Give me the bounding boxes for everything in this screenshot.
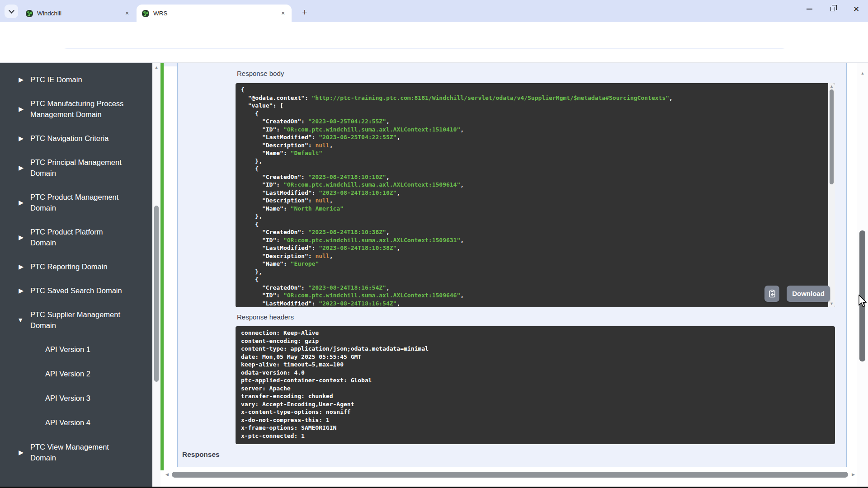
sidebar-item-label: PTC Navigation Criteria — [30, 133, 124, 144]
scroll-right-icon[interactable]: ▶ — [852, 473, 855, 477]
operation-panel: Response body { "@odata.context": "http:… — [177, 63, 847, 467]
chevron-right-icon[interactable]: ▶ — [0, 135, 30, 142]
chevron-right-icon[interactable]: ▶ — [0, 287, 30, 294]
sidebar-item-label: PTC Reporting Domain — [30, 261, 124, 272]
tab-close-icon[interactable]: × — [279, 9, 287, 18]
restore-button[interactable] — [821, 0, 844, 18]
tab-title: Windchill — [37, 10, 123, 17]
ptc-favicon — [142, 10, 149, 17]
sidebar-subitem[interactable]: API Version 4 — [45, 417, 136, 428]
copy-to-clipboard-button[interactable] — [764, 286, 779, 302]
chevron-right-icon[interactable]: ▶ — [0, 263, 30, 270]
sidebar-item[interactable]: ▶PTC Product Platform Domain — [0, 226, 152, 248]
chevron-right-icon[interactable]: ▶ — [0, 199, 30, 206]
chevron-right-icon[interactable]: ▶ — [0, 105, 30, 113]
scroll-up-icon[interactable]: ▲ — [828, 84, 835, 89]
bookmarks-bar: Windchill Solr — [0, 49, 868, 63]
close-button[interactable]: ✕ — [844, 0, 868, 18]
mouse-cursor — [858, 295, 868, 308]
response-body-code[interactable]: { "@odata.context": "http://ptc-training… — [236, 83, 835, 307]
clipboard-icon — [769, 290, 776, 298]
sidebar-subitem[interactable]: API Version 1 — [45, 344, 136, 355]
response-headers-code[interactable]: connection: Keep-Alive content-encoding:… — [236, 326, 835, 442]
download-button[interactable]: Download — [787, 286, 830, 302]
tab-title: WRS — [153, 10, 279, 17]
sidebar-item[interactable]: ▶PTC View Management Domain — [0, 441, 152, 463]
tab-search-button[interactable] — [5, 5, 18, 18]
response-headers-block: connection: Keep-Alive content-encoding:… — [236, 326, 835, 444]
sidebar-scrollbar[interactable]: ▲ — [152, 63, 160, 488]
tab-strip: Windchill × WRS × + ✕ — [0, 0, 868, 22]
ptc-favicon — [26, 10, 33, 17]
scroll-up-icon[interactable]: ▲ — [152, 66, 160, 70]
response-body-scrollbar-thumb[interactable] — [830, 89, 834, 184]
scroll-up-icon[interactable]: ▲ — [857, 71, 868, 75]
sidebar-item-label: PTC Manufacturing Process Management Dom… — [30, 98, 124, 120]
window-controls: ✕ — [797, 0, 868, 22]
restore-icon — [830, 7, 835, 11]
sidebar-item[interactable]: ▶PTC Manufacturing Process Management Do… — [0, 98, 152, 120]
sidebar-scrollbar-thumb[interactable] — [154, 206, 159, 382]
scroll-down-icon[interactable]: ▼ — [828, 302, 835, 306]
sidebar-item[interactable]: ▶PTC Navigation Criteria — [0, 133, 152, 144]
scroll-left-icon[interactable]: ◀ — [165, 473, 169, 477]
sidebar-item-label: PTC Product Platform Domain — [30, 226, 124, 248]
sidebar-item[interactable]: ▼PTC Supplier Management Domain — [0, 309, 152, 331]
horizontal-scrollbar-thumb[interactable] — [172, 472, 848, 478]
minimize-button[interactable] — [797, 0, 821, 18]
chevron-down-icon — [9, 8, 14, 14]
chevron-right-icon[interactable]: ▶ — [0, 164, 30, 171]
tab-wrs[interactable]: WRS × — [137, 5, 292, 22]
sidebar-item[interactable]: ▶PTC Reporting Domain — [0, 261, 152, 272]
chevron-right-icon[interactable]: ▶ — [0, 76, 30, 83]
tab-windchill[interactable]: Windchill × — [20, 5, 136, 22]
response-body-block: { "@odata.context": "http://ptc-training… — [236, 83, 835, 307]
sidebar-item-label: PTC Saved Search Domain — [30, 285, 124, 296]
browser-toolbar: ← → ↻ ⚠ Not secure ptc-training.ptc.com:… — [0, 22, 868, 49]
new-tab-button[interactable]: + — [298, 6, 311, 19]
chevron-right-icon[interactable]: ▶ — [0, 234, 30, 241]
close-icon: ✕ — [853, 5, 859, 13]
response-headers-label: Response headers — [237, 313, 294, 321]
sidebar-item-label: PTC IE Domain — [30, 74, 124, 85]
sidebar-subitem[interactable]: API Version 2 — [45, 368, 136, 379]
sidebar-item[interactable]: ▶PTC Saved Search Domain — [0, 285, 152, 296]
sidebar-subitem[interactable]: API Version 3 — [45, 393, 136, 404]
sidebar-item[interactable]: ▶PTC Principal Management Domain — [0, 157, 152, 178]
response-body-label: Response body — [237, 70, 284, 77]
sidebar-item[interactable]: ▶PTC Product Management Domain — [0, 192, 152, 213]
sidebar-item-label: PTC Product Management Domain — [30, 192, 124, 213]
sidebar-item[interactable]: ▶PTC IE Domain — [0, 74, 152, 85]
chevron-down-icon[interactable]: ▼ — [0, 316, 30, 324]
operation-accent-bar — [160, 63, 164, 470]
sidebar-item-label: PTC Supplier Management Domain — [30, 309, 124, 331]
minimize-icon — [807, 9, 812, 9]
sidebar-item-label: PTC Principal Management Domain — [30, 157, 124, 178]
sidebar-item-label: PTC View Management Domain — [30, 441, 124, 463]
chevron-right-icon[interactable]: ▶ — [0, 449, 30, 456]
responses-section-label: Responses — [182, 450, 220, 459]
response-body-scrollbar[interactable]: ▲ ▼ — [828, 83, 835, 307]
tab-close-icon[interactable]: × — [123, 9, 131, 18]
sidebar-nav: ▶PTC IE Domain▶PTC Manufacturing Process… — [0, 63, 152, 488]
